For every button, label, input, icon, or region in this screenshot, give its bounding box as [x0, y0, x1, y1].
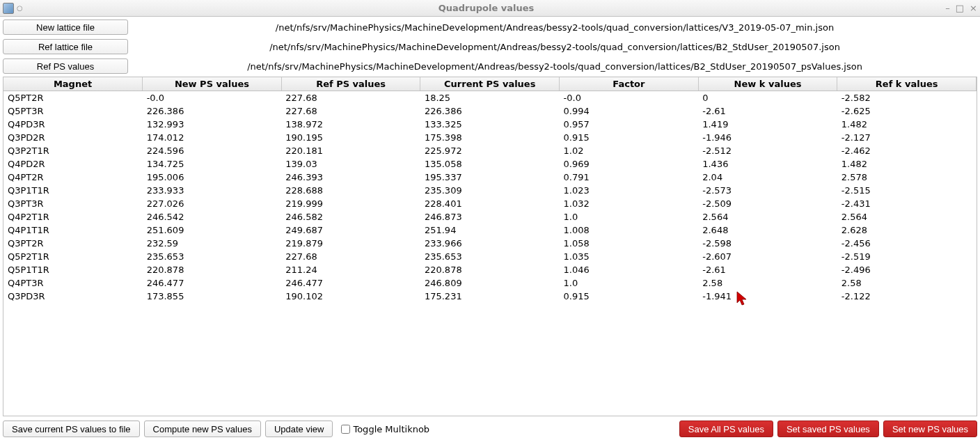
new-lattice-button[interactable]: New lattice file	[3, 19, 128, 35]
table-cell: Q3P2T1R	[3, 144, 143, 157]
table-cell: 251.609	[143, 223, 282, 237]
table-cell: 2.564	[837, 210, 977, 223]
table-cell: 246.809	[420, 276, 560, 290]
column-header[interactable]: Magnet	[3, 77, 143, 91]
table-cell: 1.032	[560, 197, 699, 210]
table-row[interactable]: Q4P1T1R251.609249.687251.941.0082.6482.6…	[3, 223, 977, 237]
table-cell: 226.386	[420, 104, 560, 118]
table-cell: 228.688	[281, 184, 420, 197]
toggle-multiknob-label[interactable]: Toggle Multiknob	[341, 424, 429, 434]
pin-icon[interactable]: ○	[17, 4, 23, 12]
table-row[interactable]: Q4P2T1R246.542246.582246.8731.02.5642.56…	[3, 210, 977, 223]
maximize-icon[interactable]: □	[956, 3, 964, 13]
app-window: ○ Quadrupole values – □ × New lattice fi…	[0, 0, 980, 440]
table-cell: -2.127	[837, 131, 977, 144]
table-cell: 2.58	[837, 276, 977, 290]
table-cell: -2.456	[837, 237, 977, 250]
data-table-wrap[interactable]: MagnetNew PS valuesRef PS valuesCurrent …	[3, 77, 977, 416]
table-cell: 220.181	[281, 144, 420, 157]
table-cell: 220.878	[420, 263, 560, 276]
table-cell: 235.653	[420, 250, 560, 263]
set-saved-ps-button[interactable]: Set saved PS values	[777, 421, 879, 437]
table-cell: 195.006	[143, 171, 282, 184]
column-header[interactable]: New PS values	[143, 77, 282, 91]
table-cell: -0.0	[143, 91, 282, 105]
column-header[interactable]: Current PS values	[420, 77, 560, 91]
table-cell: Q4PT2R	[3, 171, 143, 184]
ref-lattice-row: Ref lattice file /net/nfs/srv/MachinePhy…	[3, 39, 977, 54]
table-cell: 224.596	[143, 144, 282, 157]
column-header[interactable]: Factor	[560, 77, 699, 91]
table-cell: 1.02	[560, 144, 699, 157]
table-cell: 0.791	[560, 171, 699, 184]
table-cell: 219.999	[281, 197, 420, 210]
column-header[interactable]: Ref PS values	[281, 77, 420, 91]
ref-ps-row: Ref PS values /net/nfs/srv/MachinePhysic…	[3, 58, 977, 74]
table-cell: 246.477	[281, 276, 420, 290]
table-cell: Q4P1T1R	[3, 223, 143, 237]
table-cell: -1.946	[698, 131, 837, 144]
toggle-multiknob-checkbox[interactable]	[341, 425, 350, 434]
table-cell: Q5PT2R	[3, 91, 143, 105]
table-cell: 246.873	[420, 210, 560, 223]
close-icon[interactable]: ×	[970, 3, 977, 13]
app-icon	[3, 3, 14, 14]
table-row[interactable]: Q3PT2R232.59219.879233.9661.058-2.598-2.…	[3, 237, 977, 250]
update-view-button[interactable]: Update view	[265, 421, 333, 437]
table-cell: 133.325	[420, 118, 560, 131]
table-row[interactable]: Q4PT3R246.477246.477246.8091.02.582.58	[3, 276, 977, 290]
table-row[interactable]: Q5P1T1R220.878211.24220.8781.046-2.61-2.…	[3, 263, 977, 276]
table-cell: -2.598	[698, 237, 837, 250]
table-row[interactable]: Q3P2T1R224.596220.181225.9721.02-2.512-2…	[3, 144, 977, 157]
table-cell: 235.309	[420, 184, 560, 197]
table-cell: -2.512	[698, 144, 837, 157]
table-cell: 175.231	[420, 290, 560, 303]
table-cell: 2.628	[837, 223, 977, 237]
toggle-multiknob-text: Toggle Multiknob	[353, 424, 429, 434]
column-header[interactable]: New k values	[698, 77, 837, 91]
table-cell: 1.482	[837, 118, 977, 131]
table-cell: 227.026	[143, 197, 282, 210]
table-row[interactable]: Q3P1T1R233.933228.688235.3091.023-2.573-…	[3, 184, 977, 197]
table-cell: -1.941	[698, 290, 837, 303]
table-row[interactable]: Q4PT2R195.006246.393195.3370.7912.042.57…	[3, 171, 977, 184]
compute-new-ps-button[interactable]: Compute new PS values	[144, 421, 261, 437]
save-all-ps-button[interactable]: Save All PS values	[679, 421, 773, 437]
table-cell: 0.969	[560, 157, 699, 171]
ref-ps-button[interactable]: Ref PS values	[3, 58, 128, 74]
bottom-toolbar: Save current PS values to file Compute n…	[3, 416, 977, 437]
table-cell: Q5P2T1R	[3, 250, 143, 263]
table-cell: 246.582	[281, 210, 420, 223]
window-controls: – □ ×	[945, 3, 977, 13]
table-cell: Q3PT3R	[3, 197, 143, 210]
table-cell: 173.855	[143, 290, 282, 303]
table-cell: -2.509	[698, 197, 837, 210]
table-cell: -2.61	[698, 104, 837, 118]
table-cell: 0.915	[560, 131, 699, 144]
ref-lattice-button[interactable]: Ref lattice file	[3, 39, 128, 54]
minimize-icon[interactable]: –	[945, 3, 950, 13]
table-cell: 1.058	[560, 237, 699, 250]
table-cell: 232.59	[143, 237, 282, 250]
table-cell: 195.337	[420, 171, 560, 184]
table-cell: 235.653	[143, 250, 282, 263]
table-row[interactable]: Q4PD2R134.725139.03135.0580.9691.4361.48…	[3, 157, 977, 171]
table-row[interactable]: Q3PT3R227.026219.999228.4011.032-2.509-2…	[3, 197, 977, 210]
set-new-ps-button[interactable]: Set new PS values	[883, 421, 977, 437]
table-cell: 1.008	[560, 223, 699, 237]
table-row[interactable]: Q3PD3R173.855190.102175.2310.915-1.941-2…	[3, 290, 977, 303]
table-cell: 227.68	[281, 250, 420, 263]
table-row[interactable]: Q5PT3R226.386227.68226.3860.994-2.61-2.6…	[3, 104, 977, 118]
table-body: Q5PT2R-0.0227.6818.25-0.00-2.582Q5PT3R22…	[3, 91, 977, 304]
column-header[interactable]: Ref k values	[837, 77, 977, 91]
save-current-ps-button[interactable]: Save current PS values to file	[3, 421, 140, 437]
table-cell: Q3PD2R	[3, 131, 143, 144]
table-cell: -2.515	[837, 184, 977, 197]
table-row[interactable]: Q5PT2R-0.0227.6818.25-0.00-2.582	[3, 91, 977, 105]
table-row[interactable]: Q4PD3R132.993138.972133.3250.9571.4191.4…	[3, 118, 977, 131]
table-cell: 1.0	[560, 276, 699, 290]
table-row[interactable]: Q5P2T1R235.653227.68235.6531.035-2.607-2…	[3, 250, 977, 263]
table-row[interactable]: Q3PD2R174.012190.195175.3980.915-1.946-2…	[3, 131, 977, 144]
table-cell: 175.398	[420, 131, 560, 144]
table-cell: 233.966	[420, 237, 560, 250]
